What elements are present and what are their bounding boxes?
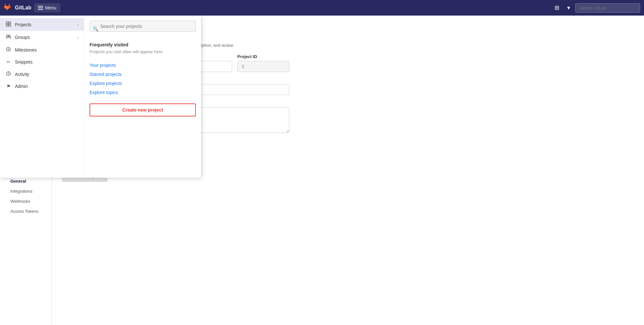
menu-activity-label: Activity bbox=[15, 72, 29, 77]
menu-item-groups[interactable]: Groups › bbox=[0, 31, 84, 43]
sidebar-sub-integrations[interactable]: Integrations bbox=[0, 186, 52, 196]
admin-icon: ⚑ bbox=[5, 84, 12, 89]
menu-milestones-label: Milestones bbox=[15, 47, 37, 53]
svg-point-6 bbox=[8, 35, 10, 37]
menu-item-projects[interactable]: Projects › bbox=[0, 18, 84, 31]
menu-dropdown: Projects › Groups › Milestones bbox=[0, 16, 201, 178]
sidebar-sub-webhooks[interactable]: Webhooks bbox=[0, 196, 52, 206]
menu-label: Menu bbox=[45, 5, 56, 10]
menu-item-snippets-left: ✂ Snippets bbox=[5, 59, 32, 65]
top-navigation: GitLab Menu ⊞ ▾ bbox=[0, 0, 644, 16]
project-id-input bbox=[237, 61, 289, 72]
svg-rect-1 bbox=[6, 22, 8, 24]
explore-topics-link[interactable]: Explore topics bbox=[89, 90, 118, 95]
explore-projects-link[interactable]: Explore projects bbox=[89, 81, 122, 86]
project-id-label: Project ID bbox=[237, 54, 289, 59]
menu-item-activity-left: Activity bbox=[5, 71, 29, 77]
project-id-group: Project ID bbox=[237, 54, 289, 72]
project-search-icon: 🔍 bbox=[93, 26, 98, 31]
menu-nav-column: Projects › Groups › Milestones bbox=[0, 16, 84, 178]
menu-snippets-label: Snippets bbox=[15, 59, 32, 65]
menu-item-projects-left: Projects bbox=[5, 21, 31, 28]
menu-projects-panel: 🔍 Frequently visited Projects you visit … bbox=[84, 16, 201, 178]
svg-rect-4 bbox=[9, 24, 11, 26]
svg-point-5 bbox=[6, 35, 8, 37]
starred-projects-link[interactable]: Starred projects bbox=[89, 72, 122, 77]
groups-icon bbox=[5, 34, 12, 40]
menu-button[interactable]: Menu bbox=[34, 3, 60, 12]
link-explore-topics[interactable]: Explore topics bbox=[89, 88, 196, 97]
svg-point-8 bbox=[8, 49, 9, 50]
projects-arrow-icon: › bbox=[77, 22, 79, 27]
menu-groups-label: Groups bbox=[15, 35, 30, 40]
menu-item-groups-left: Groups bbox=[5, 34, 30, 40]
project-links-list: Your projects Starred projects Explore p… bbox=[89, 61, 196, 97]
your-projects-link[interactable]: Your projects bbox=[89, 63, 116, 68]
plus-button[interactable]: ⊞ bbox=[552, 3, 562, 13]
freq-desc: Projects you visit often will appear her… bbox=[89, 49, 196, 54]
dropdown-arrow-button[interactable]: ▾ bbox=[565, 3, 573, 13]
global-search-input[interactable] bbox=[575, 3, 640, 13]
gitlab-logo-text: GitLab bbox=[15, 5, 31, 11]
menu-item-milestones-left: Milestones bbox=[5, 47, 37, 53]
menu-item-admin[interactable]: ⚑ Admin bbox=[0, 80, 84, 92]
gitlab-logo[interactable]: GitLab bbox=[4, 3, 31, 12]
groups-arrow-icon: › bbox=[77, 35, 79, 40]
menu-item-snippets[interactable]: ✂ Snippets bbox=[0, 56, 84, 68]
projects-icon bbox=[5, 21, 12, 28]
create-new-project-button[interactable]: Create new project bbox=[89, 103, 196, 116]
topnav-right: ⊞ ▾ bbox=[552, 3, 640, 13]
menu-admin-label: Admin bbox=[15, 84, 28, 89]
hamburger-icon bbox=[38, 6, 43, 10]
activity-icon bbox=[5, 71, 12, 77]
snippets-menu-icon: ✂ bbox=[5, 59, 12, 65]
milestones-icon bbox=[5, 47, 12, 53]
menu-projects-label: Projects bbox=[15, 22, 31, 27]
link-starred-projects[interactable]: Starred projects bbox=[89, 70, 196, 79]
link-explore-projects[interactable]: Explore projects bbox=[89, 79, 196, 88]
svg-rect-2 bbox=[9, 22, 11, 24]
menu-item-milestones[interactable]: Milestones bbox=[0, 43, 84, 56]
menu-item-activity[interactable]: Activity bbox=[0, 68, 84, 80]
freq-title: Frequently visited bbox=[89, 42, 196, 47]
menu-item-admin-left: ⚑ Admin bbox=[5, 84, 28, 89]
project-search-input[interactable] bbox=[89, 21, 196, 32]
link-your-projects[interactable]: Your projects bbox=[89, 61, 196, 70]
svg-rect-3 bbox=[6, 24, 8, 26]
sidebar-sub-access-tokens[interactable]: Access Tokens bbox=[0, 206, 52, 216]
project-search-wrapper: 🔍 bbox=[89, 21, 196, 37]
